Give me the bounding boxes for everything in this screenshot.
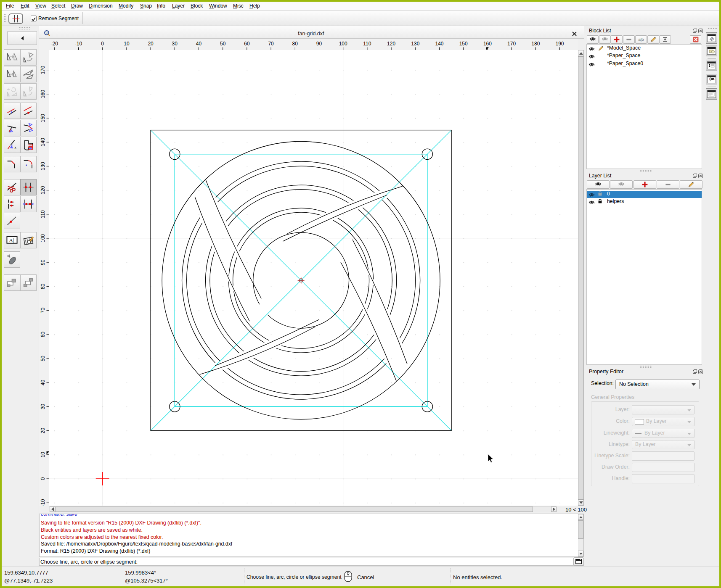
svg-text:170: 170	[40, 66, 46, 74]
svg-text:160: 160	[483, 41, 492, 47]
svg-text:0: 0	[40, 477, 46, 480]
svg-text:10: 10	[40, 452, 46, 458]
svg-text:70: 70	[40, 308, 46, 314]
svg-text:50: 50	[40, 356, 46, 361]
svg-text:70: 70	[268, 41, 274, 47]
svg-text:130: 130	[411, 41, 419, 47]
svg-text:x: x	[15, 145, 17, 150]
svg-text:-10: -10	[40, 499, 46, 506]
svg-text:10: 10	[124, 41, 130, 47]
svg-text:50: 50	[220, 41, 226, 47]
svg-text:-10: -10	[75, 41, 82, 47]
svg-text:80: 80	[40, 283, 46, 289]
svg-text:140: 140	[435, 41, 443, 47]
svg-text:60: 60	[40, 332, 46, 338]
svg-text:20: 20	[40, 428, 46, 434]
svg-text:0: 0	[101, 41, 104, 47]
svg-text:110: 110	[363, 41, 371, 47]
svg-text:90: 90	[40, 259, 46, 265]
svg-text:160: 160	[40, 90, 46, 98]
svg-text:80: 80	[292, 41, 298, 47]
svg-text:120: 120	[387, 41, 395, 47]
svg-text:40: 40	[196, 41, 202, 47]
svg-text:110: 110	[40, 210, 46, 218]
svg-text:60: 60	[244, 41, 250, 47]
svg-text:120: 120	[40, 186, 46, 194]
svg-text:100: 100	[339, 41, 347, 47]
svg-text:180: 180	[531, 41, 540, 47]
svg-text:20: 20	[148, 41, 154, 47]
svg-text:150: 150	[40, 114, 46, 122]
svg-text:190: 190	[555, 41, 564, 47]
svg-text:170: 170	[507, 41, 516, 47]
svg-text:90: 90	[316, 41, 322, 47]
svg-text:30: 30	[172, 41, 178, 47]
svg-text:150: 150	[459, 41, 468, 47]
svg-text:A|: A|	[9, 237, 14, 243]
svg-text:30: 30	[40, 403, 46, 409]
svg-text:-20: -20	[51, 41, 58, 47]
svg-text:130: 130	[40, 162, 46, 170]
svg-text:100: 100	[40, 234, 46, 243]
svg-text:a|b: a|b	[638, 37, 644, 42]
svg-text:40: 40	[40, 380, 46, 385]
svg-text:140: 140	[40, 138, 46, 146]
